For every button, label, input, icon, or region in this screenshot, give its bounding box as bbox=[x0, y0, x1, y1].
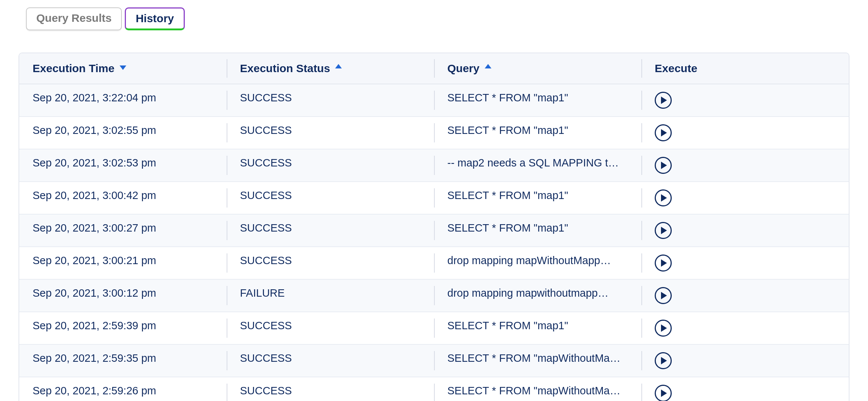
cell-execute bbox=[641, 247, 849, 279]
tabs-bar: Query Results History bbox=[26, 7, 853, 30]
cell-execution-time: Sep 20, 2021, 2:59:35 pm bbox=[19, 345, 227, 377]
table-row: Sep 20, 2021, 3:00:12 pmFAILUREdrop mapp… bbox=[19, 280, 849, 312]
column-header-query[interactable]: Query bbox=[434, 53, 641, 84]
cell-query: SELECT * FROM "map1" bbox=[434, 117, 641, 149]
cell-execute bbox=[641, 215, 849, 246]
cell-execution-time: Sep 20, 2021, 3:00:21 pm bbox=[19, 247, 227, 279]
cell-execute bbox=[641, 280, 849, 311]
cell-query: SELECT * FROM "map1" bbox=[434, 182, 641, 214]
play-icon bbox=[661, 97, 667, 104]
history-table: Execution Time Execution Status Query Ex… bbox=[19, 53, 849, 401]
table-row: Sep 20, 2021, 2:59:26 pmSUCCESSSELECT * … bbox=[19, 377, 849, 401]
execute-button[interactable] bbox=[655, 320, 672, 337]
tab-query-results[interactable]: Query Results bbox=[26, 7, 122, 30]
cell-execution-status: SUCCESS bbox=[227, 84, 434, 116]
play-icon bbox=[661, 357, 667, 364]
execute-button[interactable] bbox=[655, 189, 672, 206]
cell-execute bbox=[641, 117, 849, 149]
cell-query: SELECT * FROM "mapWithoutMa… bbox=[434, 377, 641, 401]
execute-button[interactable] bbox=[655, 157, 672, 174]
cell-query: SELECT * FROM "map1" bbox=[434, 312, 641, 344]
table-row: Sep 20, 2021, 2:59:35 pmSUCCESSSELECT * … bbox=[19, 345, 849, 377]
table-header-row: Execution Time Execution Status Query Ex… bbox=[19, 53, 849, 84]
column-header-label: Execution Status bbox=[240, 62, 330, 75]
cell-execution-status: SUCCESS bbox=[227, 312, 434, 344]
cell-execute bbox=[641, 312, 849, 344]
play-icon bbox=[661, 162, 667, 169]
cell-execute bbox=[641, 149, 849, 181]
cell-execute bbox=[641, 345, 849, 377]
chevron-down-icon bbox=[120, 65, 126, 70]
cell-execution-status: SUCCESS bbox=[227, 117, 434, 149]
play-icon bbox=[661, 259, 667, 267]
cell-execution-status: SUCCESS bbox=[227, 377, 434, 401]
play-icon bbox=[661, 194, 667, 202]
column-header-execution-status[interactable]: Execution Status bbox=[227, 53, 434, 84]
table-row: Sep 20, 2021, 3:22:04 pmSUCCESSSELECT * … bbox=[19, 84, 849, 117]
play-icon bbox=[661, 390, 667, 397]
cell-query: drop mapping mapWithoutMapp… bbox=[434, 247, 641, 279]
column-header-execute: Execute bbox=[641, 53, 849, 84]
cell-query: SELECT * FROM "mapWithoutMa… bbox=[434, 345, 641, 377]
table-row: Sep 20, 2021, 3:00:27 pmSUCCESSSELECT * … bbox=[19, 215, 849, 247]
column-header-label: Execution Time bbox=[33, 62, 114, 75]
execute-button[interactable] bbox=[655, 92, 672, 109]
cell-execution-time: Sep 20, 2021, 2:59:39 pm bbox=[19, 312, 227, 344]
play-icon bbox=[661, 292, 667, 299]
cell-query: -- map2 needs a SQL MAPPING t… bbox=[434, 149, 641, 181]
execute-button[interactable] bbox=[655, 352, 672, 369]
cell-execution-time: Sep 20, 2021, 3:00:12 pm bbox=[19, 280, 227, 311]
table-row: Sep 20, 2021, 2:59:39 pmSUCCESSSELECT * … bbox=[19, 312, 849, 345]
table-row: Sep 20, 2021, 3:00:21 pmSUCCESSdrop mapp… bbox=[19, 247, 849, 280]
cell-execution-status: SUCCESS bbox=[227, 345, 434, 377]
cell-execution-time: Sep 20, 2021, 3:00:42 pm bbox=[19, 182, 227, 214]
cell-execution-status: FAILURE bbox=[227, 280, 434, 311]
cell-execution-status: SUCCESS bbox=[227, 247, 434, 279]
cell-query: drop mapping mapwithoutmapp… bbox=[434, 280, 641, 311]
cell-execute bbox=[641, 182, 849, 214]
tab-history[interactable]: History bbox=[125, 7, 184, 30]
column-header-label: Execute bbox=[655, 62, 697, 75]
table-row: Sep 20, 2021, 3:00:42 pmSUCCESSSELECT * … bbox=[19, 182, 849, 215]
chevron-up-icon bbox=[335, 64, 342, 68]
column-header-execution-time[interactable]: Execution Time bbox=[19, 53, 227, 84]
table-row: Sep 20, 2021, 3:02:55 pmSUCCESSSELECT * … bbox=[19, 117, 849, 149]
cell-execute bbox=[641, 377, 849, 401]
cell-execution-time: Sep 20, 2021, 3:02:55 pm bbox=[19, 117, 227, 149]
execute-button[interactable] bbox=[655, 287, 672, 304]
cell-query: SELECT * FROM "map1" bbox=[434, 84, 641, 116]
cell-execution-time: Sep 20, 2021, 3:02:53 pm bbox=[19, 149, 227, 181]
chevron-up-icon bbox=[485, 64, 491, 68]
execute-button[interactable] bbox=[655, 124, 672, 141]
cell-execution-time: Sep 20, 2021, 3:22:04 pm bbox=[19, 84, 227, 116]
cell-execution-status: SUCCESS bbox=[227, 215, 434, 246]
execute-button[interactable] bbox=[655, 385, 672, 401]
play-icon bbox=[661, 227, 667, 234]
table-body: Sep 20, 2021, 3:22:04 pmSUCCESSSELECT * … bbox=[19, 84, 849, 401]
play-icon bbox=[661, 324, 667, 332]
cell-execution-status: SUCCESS bbox=[227, 182, 434, 214]
cell-execution-time: Sep 20, 2021, 2:59:26 pm bbox=[19, 377, 227, 401]
cell-execute bbox=[641, 84, 849, 116]
cell-execution-status: SUCCESS bbox=[227, 149, 434, 181]
execute-button[interactable] bbox=[655, 222, 672, 239]
play-icon bbox=[661, 129, 667, 137]
execute-button[interactable] bbox=[655, 255, 672, 272]
column-header-label: Query bbox=[447, 62, 480, 75]
cell-query: SELECT * FROM "map1" bbox=[434, 215, 641, 246]
table-row: Sep 20, 2021, 3:02:53 pmSUCCESS-- map2 n… bbox=[19, 149, 849, 182]
cell-execution-time: Sep 20, 2021, 3:00:27 pm bbox=[19, 215, 227, 246]
